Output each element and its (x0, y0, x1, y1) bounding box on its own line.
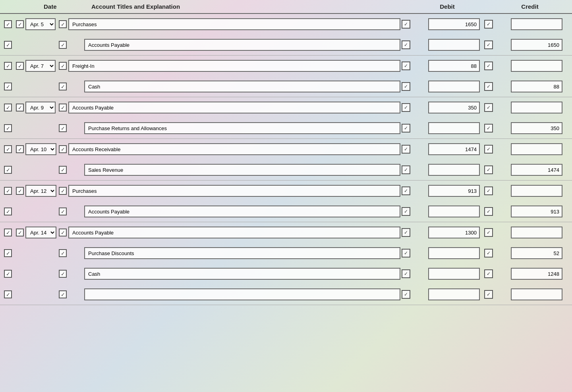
entry-2-credit-col-check[interactable] (484, 61, 493, 70)
entry-1-credit-row-debit-input[interactable] (428, 39, 480, 51)
entry-6-credit2-debit-input[interactable] (428, 268, 480, 280)
entry-1-credit-account-input[interactable] (84, 39, 400, 51)
entry-5-debit-col-check[interactable] (402, 186, 410, 195)
entry-2-account-check[interactable] (59, 62, 67, 70)
entry-3-debit-col-check[interactable] (402, 103, 410, 112)
entry-3-credit-row-credit-col-check[interactable] (484, 124, 493, 133)
entry-6-credit1-account-input[interactable] (84, 247, 400, 259)
entry-2-credit-row-debit-input[interactable] (428, 81, 480, 92)
entry-4-debit-account-input[interactable] (68, 143, 400, 155)
entry-5-credit-row-debit-col-check[interactable] (402, 207, 410, 216)
entry-5-credit-row-check[interactable] (4, 208, 12, 215)
entry-3-credit-row-credit-input[interactable] (511, 122, 562, 134)
entry-3-credit-account-input[interactable] (84, 122, 400, 134)
entry-3-credit-row-debit-input[interactable] (428, 122, 480, 134)
entry-6-credit2-row-check[interactable] (4, 270, 12, 278)
entry-6-credit2-credit-col-check[interactable] (484, 269, 493, 278)
entry-2-debit-col-check[interactable] (402, 61, 410, 70)
entry-6-empty-check[interactable] (4, 290, 12, 298)
entry-4-account-check[interactable] (59, 145, 67, 153)
entry-2-date-check[interactable] (16, 62, 24, 70)
entry-6-account-check[interactable] (59, 229, 67, 236)
entry-4-credit-account-input[interactable] (84, 164, 400, 176)
entry-6-empty-debit-input[interactable] (428, 288, 480, 300)
entry-5-credit-account-input[interactable] (84, 206, 400, 217)
entry-6-row-check[interactable] (4, 229, 12, 236)
entry-3-credit-row-check[interactable] (4, 124, 12, 132)
entry-5-credit-account-check[interactable] (59, 208, 67, 215)
entry-2-debit-account-input[interactable] (68, 60, 400, 72)
entry-1-date-select[interactable]: Apr. 5 (25, 18, 56, 30)
entry-4-date-check[interactable] (16, 145, 24, 153)
entry-1-debit-account-input[interactable] (68, 18, 400, 30)
entry-5-row-check[interactable] (4, 187, 12, 195)
entry-6-credit2-credit-input[interactable] (511, 268, 562, 280)
entry-4-credit-account-check[interactable] (59, 166, 67, 174)
entry-1-debit-col-check[interactable] (402, 20, 410, 29)
entry-3-credit-input[interactable] (511, 102, 562, 113)
entry-3-debit-input[interactable] (428, 102, 480, 113)
entry-2-credit-row-credit-col-check[interactable] (484, 82, 493, 91)
entry-4-credit-col-check[interactable] (484, 145, 493, 154)
entry-6-credit1-credit-input[interactable] (511, 247, 562, 259)
entry-4-credit-row-check[interactable] (4, 166, 12, 174)
entry-1-credit-row-debit-col-check[interactable] (402, 40, 410, 49)
entry-3-credit-row-debit-col-check[interactable] (402, 124, 410, 133)
entry-4-row-check[interactable] (4, 145, 12, 153)
entry-1-credit-account-check[interactable] (59, 41, 67, 49)
entry-6-empty-debit-col-check[interactable] (402, 290, 410, 299)
entry-2-credit-account-input[interactable] (84, 81, 400, 92)
entry-2-credit-row-debit-col-check[interactable] (402, 82, 410, 91)
entry-6-credit-input[interactable] (511, 227, 562, 238)
entry-6-empty-account-check[interactable] (59, 290, 67, 298)
entry-3-date-check[interactable] (16, 104, 24, 111)
entry-3-date-select[interactable]: Apr. 9 (25, 102, 56, 113)
entry-1-credit-row-credit-col-check[interactable] (484, 40, 493, 49)
entry-6-credit2-account-input[interactable] (84, 268, 400, 280)
entry-4-debit-input[interactable] (428, 143, 480, 155)
entry-5-debit-account-input[interactable] (68, 185, 400, 197)
entry-4-credit-row-credit-col-check[interactable] (484, 165, 493, 174)
entry-5-credit-row-debit-input[interactable] (428, 206, 480, 217)
entry-3-debit-account-input[interactable] (68, 102, 400, 113)
entry-2-credit-input[interactable] (511, 60, 562, 72)
entry-4-credit-row-debit-input[interactable] (428, 164, 480, 176)
entry-6-empty-account-input[interactable] (84, 288, 400, 300)
entry-6-date-check[interactable] (16, 229, 24, 236)
entry-3-credit-col-check[interactable] (484, 103, 493, 112)
entry-6-empty-credit-input[interactable] (511, 288, 562, 300)
entry-6-credit1-debit-col-check[interactable] (402, 249, 410, 257)
entry-6-date-select[interactable]: Apr. 14 (25, 227, 56, 238)
entry-6-debit-input[interactable] (428, 227, 480, 238)
entry-1-row-check[interactable] (4, 20, 12, 28)
entry-5-credit-col-check[interactable] (484, 186, 493, 195)
entry-6-credit1-row-check[interactable] (4, 249, 12, 257)
entry-5-credit-row-credit-col-check[interactable] (484, 207, 493, 216)
entry-5-account-check[interactable] (59, 187, 67, 195)
entry-1-credit-row-credit-input[interactable] (511, 39, 562, 51)
entry-3-credit-account-check[interactable] (59, 124, 67, 132)
entry-1-credit-row-check[interactable] (4, 41, 12, 49)
entry-5-credit-input[interactable] (511, 185, 562, 197)
entry-6-credit1-account-check[interactable] (59, 249, 67, 257)
entry-1-debit-input[interactable] (428, 18, 480, 30)
entry-6-credit2-debit-col-check[interactable] (402, 269, 410, 278)
entry-2-row-check[interactable] (4, 62, 12, 70)
entry-2-date-select[interactable]: Apr. 7 (25, 60, 56, 72)
entry-4-debit-col-check[interactable] (402, 145, 410, 154)
entry-2-credit-row-check[interactable] (4, 83, 12, 90)
entry-6-credit1-debit-input[interactable] (428, 247, 480, 259)
entry-1-date-check[interactable] (16, 20, 24, 28)
entry-4-credit-row-credit-input[interactable] (511, 164, 562, 176)
entry-6-empty-credit-col-check[interactable] (484, 290, 493, 299)
entry-5-credit-row-credit-input[interactable] (511, 206, 562, 217)
entry-2-debit-input[interactable] (428, 60, 480, 72)
entry-4-credit-row-debit-col-check[interactable] (402, 165, 410, 174)
entry-5-debit-input[interactable] (428, 185, 480, 197)
entry-6-credit-col-check[interactable] (484, 228, 493, 237)
entry-5-date-select[interactable]: Apr. 12 (25, 185, 56, 197)
entry-6-debit-account-input[interactable] (68, 227, 400, 238)
entry-4-credit-input[interactable] (511, 143, 562, 155)
entry-5-date-check[interactable] (16, 187, 24, 195)
entry-3-row-check[interactable] (4, 104, 12, 111)
